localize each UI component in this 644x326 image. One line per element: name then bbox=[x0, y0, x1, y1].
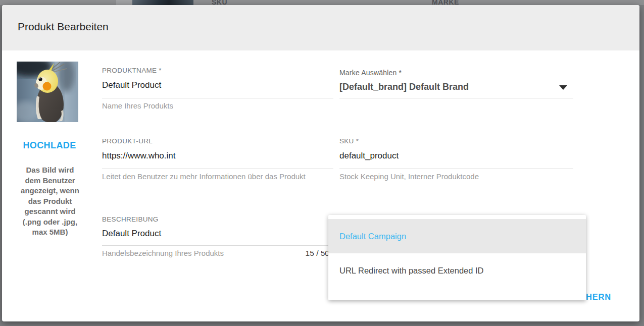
beschreibung-char-counter: 15 / 50 bbox=[102, 249, 329, 258]
marke-label: Marke Auswählen * bbox=[339, 69, 573, 77]
product-image bbox=[17, 62, 78, 122]
background-column-header-sku: SKU bbox=[212, 0, 227, 5]
sku-input[interactable] bbox=[339, 151, 573, 169]
upload-image-button[interactable]: HOCHLADE bbox=[7, 140, 92, 151]
beschreibung-label: BESCHREIBUNG bbox=[102, 215, 333, 223]
sku-label: SKU * bbox=[339, 137, 573, 145]
dialog-header: Produkt Bearbeiten bbox=[2, 5, 639, 50]
background-row-thumbnail bbox=[132, 0, 193, 5]
beschreibung-input[interactable] bbox=[102, 229, 333, 246]
dropdown-option-default-campaign[interactable]: Default Campaign bbox=[328, 219, 586, 253]
background-table-cell bbox=[116, 0, 132, 5]
dialog-title: Produkt Bearbeiten bbox=[18, 21, 109, 33]
field-marke: Marke Auswählen * [Default_brand] Defaul… bbox=[339, 69, 573, 98]
sku-helper: Stock Keeping Unit, Interner Produktcode bbox=[339, 172, 573, 181]
dimmed-background-table: SKU MARKE bbox=[0, 0, 644, 5]
produktname-input[interactable] bbox=[102, 80, 333, 98]
produkt-url-label: PRODUKT-URL bbox=[102, 137, 333, 145]
background-column-header-marke: MARKE bbox=[432, 0, 459, 5]
produktname-label: PRODUKTNAME * bbox=[102, 67, 333, 74]
field-sku: SKU * Stock Keeping Unit, Interner Produ… bbox=[339, 137, 573, 181]
produktname-helper: Name Ihres Produkts bbox=[102, 101, 333, 111]
marke-selected-value: [Default_brand] Default Brand bbox=[339, 82, 573, 92]
chevron-down-icon bbox=[559, 85, 567, 90]
edit-product-dialog: Produkt Bearbeiten bbox=[2, 5, 639, 321]
marke-select[interactable]: [Default_brand] Default Brand bbox=[339, 82, 573, 98]
produkt-url-helper: Leitet den Benutzer zu mehr Informatione… bbox=[102, 172, 312, 181]
field-produktname: PRODUKTNAME * Name Ihres Produkts bbox=[102, 67, 333, 111]
dropdown-option-url-redirect[interactable]: URL Redirect with passed Extended ID bbox=[328, 253, 586, 288]
field-produkt-url: PRODUKT-URL Leitet den Benutzer zu mehr … bbox=[102, 137, 333, 181]
produkt-url-input[interactable] bbox=[102, 151, 333, 169]
upload-hint-text: Das Bild wird dem Benutzer angezeigt, we… bbox=[18, 165, 82, 238]
campaign-dropdown-menu: Default Campaign URL Redirect with passe… bbox=[328, 215, 586, 300]
